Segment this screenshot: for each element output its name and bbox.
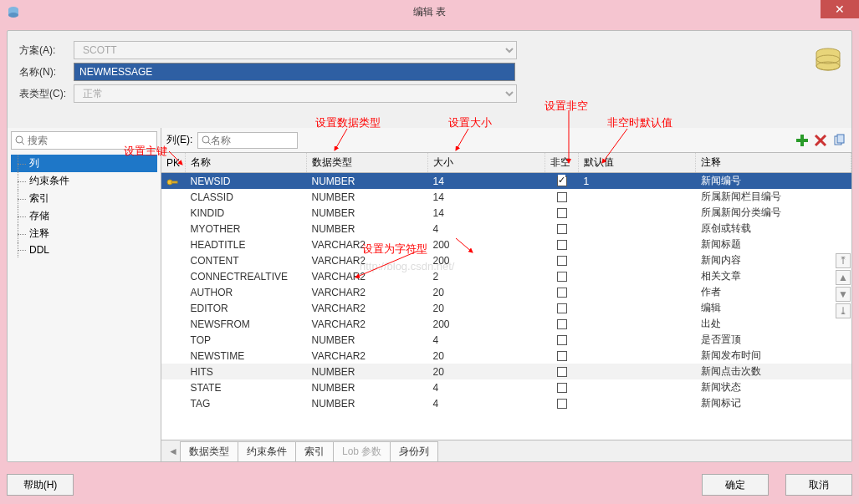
schema-select[interactable]: SCOTT [74,41,517,59]
cell-pk[interactable] [161,205,186,221]
cell-null[interactable] [545,348,579,364]
table-row[interactable]: CLASSIDNUMBER14所属新闻栏目编号 [161,189,851,205]
cell-comment[interactable]: 原创或转载 [696,221,851,237]
cell-null[interactable] [545,237,579,252]
cell-pk[interactable] [161,268,186,284]
cell-size[interactable]: 4 [428,221,545,237]
cell-size[interactable]: 20 [428,364,545,379]
table-row[interactable]: NEWSFROMVARCHAR2200出处 [161,316,851,332]
help-button[interactable]: 帮助(H) [7,474,74,496]
cell-type[interactable]: NUMBER [307,205,428,221]
cell-size[interactable]: 20 [428,348,545,364]
table-row[interactable]: CONNECTREALTIVEVARCHAR22相关文章 [161,268,851,284]
sidebar-item-indexes[interactable]: 索引 [11,190,157,207]
cell-default[interactable] [579,237,696,252]
cell-type[interactable]: VARCHAR2 [307,268,428,284]
cell-size[interactable]: 200 [428,237,545,252]
cell-comment[interactable]: 新闻发布时间 [696,348,851,364]
sidebar-item-storage[interactable]: 存储 [11,207,157,225]
close-button[interactable]: ✕ [821,0,859,18]
cell-default[interactable] [579,205,696,221]
cell-default[interactable] [579,348,696,364]
cell-pk[interactable] [161,316,186,332]
cell-size[interactable]: 200 [428,252,545,268]
cell-name[interactable]: HITS [186,364,307,379]
cell-type[interactable]: VARCHAR2 [307,348,428,364]
cell-null[interactable] [545,300,579,316]
cell-pk[interactable] [161,189,186,205]
cell-null[interactable] [545,173,579,190]
cell-size[interactable]: 4 [428,379,545,395]
cell-pk[interactable] [161,364,186,379]
cell-type[interactable]: NUMBER [307,364,428,379]
cell-pk[interactable] [161,348,186,364]
cell-null[interactable] [545,379,579,395]
tab-indexes[interactable]: 索引 [295,441,334,461]
cell-null[interactable] [545,395,579,411]
cell-type[interactable]: NUMBER [307,332,428,348]
table-row[interactable]: AUTHORVARCHAR220作者 [161,284,851,300]
header-pk[interactable]: PK [161,153,186,173]
delete-column-button[interactable] [813,133,828,148]
cell-type[interactable]: NUMBER [307,189,428,205]
cell-pk[interactable] [161,173,186,190]
cell-null[interactable] [545,332,579,348]
move-top-button[interactable]: ⤒ [836,253,851,268]
table-row[interactable]: NEWSTIMEVARCHAR220新闻发布时间 [161,348,851,364]
table-row[interactable]: KINDIDNUMBER14所属新闻分类编号 [161,205,851,221]
cell-name[interactable]: NEWSID [186,173,307,190]
cell-default[interactable] [579,252,696,268]
sidebar-item-ddl[interactable]: DDL [11,242,157,257]
cell-comment[interactable]: 新闻编号 [696,173,851,190]
move-down-button[interactable]: ▼ [836,287,851,302]
cell-default[interactable] [579,379,696,395]
header-name[interactable]: 名称 [186,153,307,173]
cell-size[interactable]: 20 [428,284,545,300]
cell-size[interactable]: 14 [428,189,545,205]
cell-comment[interactable]: 相关文章 [696,268,851,284]
header-size[interactable]: 大小 [428,153,545,173]
table-row[interactable]: CONTENTVARCHAR2200新闻内容 [161,252,851,268]
cell-pk[interactable] [161,332,186,348]
cell-type[interactable]: NUMBER [307,395,428,411]
cell-null[interactable] [545,189,579,205]
cell-size[interactable]: 20 [428,300,545,316]
cell-pk[interactable] [161,284,186,300]
cell-type[interactable]: VARCHAR2 [307,284,428,300]
cell-default[interactable] [579,395,696,411]
tabletype-select[interactable]: 正常 [74,84,517,103]
cell-comment[interactable]: 作者 [696,284,851,300]
cell-name[interactable]: HEADTITLE [186,237,307,252]
cell-comment[interactable]: 新闻标题 [696,237,851,252]
cell-null[interactable] [545,252,579,268]
cell-pk[interactable] [161,300,186,316]
header-default[interactable]: 默认值 [579,153,696,173]
sidebar-search-input[interactable] [28,135,153,146]
cell-comment[interactable]: 所属新闻分类编号 [696,205,851,221]
columns-grid[interactable]: PK 名称 数据类型 大小 非空 默认值 注释 NEWSIDNUMBER141新… [161,153,851,440]
cell-size[interactable]: 2 [428,268,545,284]
table-row[interactable]: TOPNUMBER4是否置顶 [161,332,851,348]
table-row[interactable]: NEWSIDNUMBER141新闻编号 [161,173,851,190]
cell-name[interactable]: CONNECTREALTIVE [186,268,307,284]
table-row[interactable]: HITSNUMBER20新闻点击次数 [161,364,851,379]
sidebar-item-columns[interactable]: 列 [11,155,157,172]
add-column-button[interactable] [795,133,810,148]
cell-default[interactable] [579,284,696,300]
tab-lob[interactable]: Lob 参数 [333,441,391,461]
table-row[interactable]: HEADTITLEVARCHAR2200新闻标题 [161,237,851,252]
cell-name[interactable]: NEWSFROM [186,316,307,332]
cell-null[interactable] [545,364,579,379]
cell-name[interactable]: STATE [186,379,307,395]
cell-comment[interactable]: 是否置顶 [696,332,851,348]
table-row[interactable]: MYOTHERNUMBER4原创或转载 [161,221,851,237]
cell-default[interactable] [579,189,696,205]
cell-size[interactable]: 200 [428,316,545,332]
cell-null[interactable] [545,284,579,300]
cell-comment[interactable]: 新闻内容 [696,252,851,268]
ok-button[interactable]: 确定 [702,474,769,496]
cell-size[interactable]: 4 [428,332,545,348]
cell-comment[interactable]: 新闻状态 [696,379,851,395]
move-bottom-button[interactable]: ⤓ [836,303,851,318]
cell-name[interactable]: TOP [186,332,307,348]
